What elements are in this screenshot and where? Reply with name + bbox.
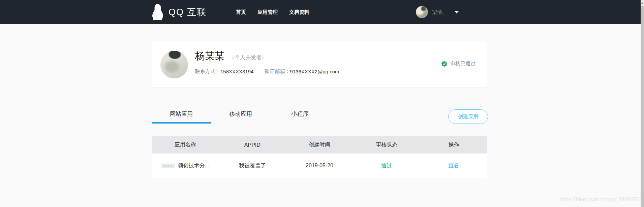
tab-mini-programs[interactable]: 小程序	[270, 110, 330, 124]
scrollbar-thumb[interactable]	[641, 6, 644, 207]
applications-table: 应用名称 APPID 创建时间 审核状态 操作 领创技术分... 我被覆盖了 2…	[152, 136, 487, 178]
cell-appid: 我被覆盖了	[219, 153, 286, 178]
app-type-tabs: 网站应用 移动应用 小程序	[152, 110, 330, 124]
nav-item-app-management[interactable]: 应用管理	[257, 9, 278, 15]
developer-avatar	[160, 51, 188, 78]
contact-value: 158XXXX3194	[220, 69, 253, 74]
create-app-button[interactable]: 创建应用	[448, 109, 488, 124]
user-avatar[interactable]	[416, 6, 428, 18]
divider	[259, 69, 259, 75]
cell-created-date: 2019-05-20	[286, 153, 353, 178]
logo-text: QQ 互联	[168, 6, 207, 18]
verified-badge-icon	[441, 61, 448, 67]
col-header-created: 创建时间	[286, 141, 353, 148]
tab-mobile-apps[interactable]: 移动应用	[211, 110, 270, 124]
nav-item-home[interactable]: 首页	[236, 9, 246, 15]
contact-row: 联系方式： 158XXXX3194 验证邮箱： 9136XXXX2@qq.com	[195, 68, 339, 75]
scroll-up-arrow[interactable]	[641, 0, 644, 6]
review-status: 审核已通过	[441, 61, 476, 67]
tab-website-apps[interactable]: 网站应用	[152, 110, 211, 124]
qq-connect-logo[interactable]: QQ 互联	[151, 0, 207, 24]
table-row: 领创技术分... 我被覆盖了 2019-05-20 通过 查看	[152, 153, 487, 178]
app-favicon-icon	[161, 164, 175, 168]
developer-name: 杨某某	[195, 49, 224, 63]
chevron-down-icon[interactable]	[455, 11, 459, 13]
col-header-actions: 操作	[420, 141, 487, 148]
contact-label: 联系方式：	[195, 68, 220, 75]
top-navbar: QQ 互联 首页 应用管理 文档资料 柒情、	[0, 0, 641, 24]
col-header-appid: APPID	[219, 142, 286, 148]
review-status-text: 审核已通过	[450, 61, 476, 67]
cell-review-status: 通过	[353, 153, 420, 178]
user-menu[interactable]: 柒情、	[416, 0, 459, 24]
table-header-row: 应用名称 APPID 创建时间 审核状态 操作	[152, 136, 487, 153]
vertical-scrollbar[interactable]	[641, 0, 644, 207]
qq-connect-page: QQ 互联 首页 应用管理 文档资料 柒情、 杨某某 （个人开发者） 联系方式：…	[0, 0, 644, 207]
nav-item-docs[interactable]: 文档资料	[289, 9, 309, 15]
email-value: 9136XXXX2@qq.com	[290, 69, 339, 74]
email-label: 验证邮箱：	[265, 68, 290, 75]
watermark-text: https://blog.csdn.net/qq_38496561	[559, 197, 642, 203]
qq-penguin-icon	[151, 4, 164, 21]
developer-profile-card: 杨某某 （个人开发者） 联系方式： 158XXXX3194 验证邮箱： 9136…	[152, 41, 487, 88]
developer-info: 杨某某 （个人开发者） 联系方式： 158XXXX3194 验证邮箱： 9136…	[195, 49, 339, 75]
col-header-app-name: 应用名称	[152, 141, 219, 148]
col-header-status: 审核状态	[353, 141, 420, 148]
app-name-text: 领创技术分...	[178, 162, 209, 169]
user-name: 柒情、	[432, 9, 447, 15]
view-link[interactable]: 查看	[420, 153, 487, 178]
main-nav: 首页 应用管理 文档资料	[236, 0, 309, 24]
developer-type: （个人开发者）	[229, 54, 267, 61]
cell-app-name: 领创技术分...	[152, 153, 219, 178]
